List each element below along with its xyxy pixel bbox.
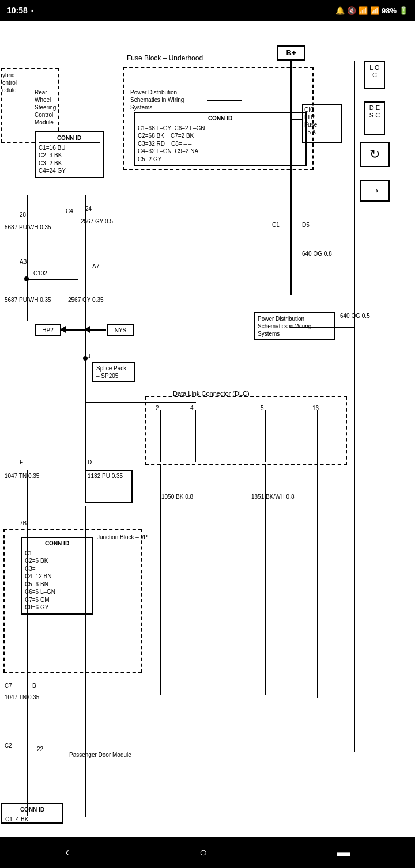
- junction-block-label: Junction Block – I/P: [97, 533, 148, 541]
- wire-640a-label: 640 OG 0.8: [302, 250, 332, 257]
- c7-label: C7: [5, 682, 12, 689]
- conn-id-title-2: CONN ID: [39, 134, 100, 143]
- conn-id-lines-1: C1=68 L–GY C6=2 L–GN C2=68 BK C7=2 BK C3…: [138, 124, 303, 164]
- recents-button[interactable]: ▬: [320, 840, 367, 865]
- c4-label: C4: [66, 207, 73, 215]
- back-button[interactable]: ‹: [48, 840, 86, 865]
- passenger-door-label: Passenger Door Module: [69, 751, 131, 759]
- conn-id-box-1: CONN ID C1=68 L–GY C6=2 L–GN C2=68 BK C7…: [134, 112, 307, 166]
- wire-1050-v: [160, 464, 161, 695]
- j-label: J: [88, 352, 90, 360]
- conn-id-box-4: CONN ID C1=4 BK: [1, 803, 63, 824]
- cig-fuse-box: [302, 104, 342, 143]
- wire-powerdist-connid: [207, 100, 242, 101]
- c102-label: C102: [33, 270, 47, 277]
- home-button[interactable]: ○: [182, 840, 224, 865]
- arrow-right-box[interactable]: →: [360, 180, 390, 202]
- conn-id-title-1: CONN ID: [138, 115, 303, 123]
- wire-to-cig: [290, 119, 302, 120]
- wire-main-left-down: [27, 470, 28, 816]
- wire-c102-h: [27, 279, 78, 280]
- signal-icon: 📶: [370, 6, 379, 15]
- conn-id-title-4: CONN ID: [5, 806, 59, 814]
- a3-label: A3: [20, 258, 27, 266]
- battery-icon: 🔋: [399, 6, 408, 15]
- conn-id-box-3: CONN ID C1= – –C2=6 BKC3=C4=12 BNC5=6 BN…: [21, 537, 93, 615]
- dlc-pin-4: 4: [190, 404, 194, 412]
- 7b-label: 7B: [20, 520, 27, 527]
- fuse-block-label: Fuse Block – Underhood: [127, 54, 203, 63]
- dlc-pin-5: 5: [261, 404, 264, 412]
- wire-1851-label: 1851 BK/WH 0.8: [251, 493, 294, 501]
- conn-id-lines-4: C1=4 BK: [5, 816, 59, 824]
- wire-1132-box: [85, 470, 133, 503]
- wire-j-down: [85, 356, 86, 471]
- wire-28-label: 28: [20, 211, 26, 218]
- conn-id-box-2: CONN ID C1=16 BUC2=3 BKC3=2 BKC4=24 GY: [35, 131, 104, 178]
- nys-box: NYS: [107, 324, 134, 336]
- dlc-pin-2: 2: [156, 404, 159, 412]
- wire-1047b-label: 1047 TN 0.35: [5, 693, 39, 701]
- schematic-area: Fuse Block – Underhood B+ L O C D E S C …: [0, 21, 415, 837]
- conn-id-lines-3: C1= – –C2=6 BKC3=C4=12 BNC5=6 BNC6=6 L–G…: [25, 549, 89, 612]
- wire-1050-label: 1050 BK 0.8: [161, 493, 193, 501]
- loc-box: L O C: [364, 61, 385, 89]
- splice-pack-box: Splice Pack – SP205: [92, 362, 135, 382]
- conn-id-title-3: CONN ID: [25, 540, 89, 548]
- wire-dlc16-v-long: [317, 445, 318, 698]
- d-label: D: [88, 458, 92, 466]
- status-bar: 10:58 ▪ 🔔 🔇 📶 📶 98% 🔋: [0, 0, 415, 21]
- arrow-hp2: [60, 326, 66, 333]
- wire-2567b-label: 2567 GY 0.35: [68, 296, 104, 304]
- wire-dlc-h: [160, 402, 196, 403]
- wire-5687a-label: 5687 PU/WH 0.35: [5, 223, 51, 231]
- wire-to-powerdist2: [290, 327, 337, 328]
- nav-bar: ‹ ○ ▬: [0, 837, 415, 868]
- wire-dlc-2: [160, 410, 161, 462]
- b-label: B: [32, 682, 36, 689]
- time-display: 10:58: [7, 6, 28, 15]
- wire-from-powerdist2: [335, 327, 355, 328]
- power-dist-label-1: Power Distribution Schematics in Wiring …: [130, 89, 205, 111]
- wire-right-main-v: [354, 61, 355, 752]
- wifi-icon: 📶: [359, 6, 368, 15]
- battery-display: 98%: [382, 6, 397, 15]
- bplus-box: B+: [277, 45, 305, 61]
- wire-640b-label: 640 OG 0.5: [340, 312, 370, 320]
- wire-sp-to-dlc: [85, 402, 160, 403]
- conn-id-lines-2: C1=16 BUC2=3 BKC3=2 BKC4=24 GY: [39, 144, 100, 175]
- sim-icon: ▪: [31, 6, 33, 14]
- wire-1851-v: [265, 464, 266, 695]
- dlc-label: Data Link Connector (DLC): [173, 389, 250, 397]
- c1-label: C1: [272, 221, 280, 229]
- mute-icon: 🔇: [347, 6, 356, 15]
- wire-1047a-label: 1047 TN 0.35: [5, 472, 39, 480]
- wire-22-label: 22: [37, 745, 43, 753]
- wire-dlc-16: [317, 410, 318, 445]
- alarm-icon: 🔔: [335, 6, 345, 15]
- wire-640-v: [290, 226, 292, 295]
- hp2-box: HP2: [35, 324, 61, 336]
- arrow-nys: [84, 326, 90, 333]
- a7-label: A7: [92, 263, 99, 270]
- power-dist-box-2: Power Distribution Schematics in Wiring …: [254, 312, 335, 340]
- d5-label: D5: [302, 221, 310, 229]
- c2-label: C2: [5, 742, 12, 749]
- wire-dlc-5: [265, 410, 266, 462]
- rotate-icon-box[interactable]: ↻: [360, 142, 390, 167]
- wire-dlc-4: [195, 410, 196, 462]
- wire-5687b-label: 5687 PU/WH 0.35: [5, 296, 51, 304]
- desc-box: D E S C: [364, 101, 385, 135]
- f-label: F: [20, 458, 23, 466]
- wire-d-down: [85, 506, 86, 817]
